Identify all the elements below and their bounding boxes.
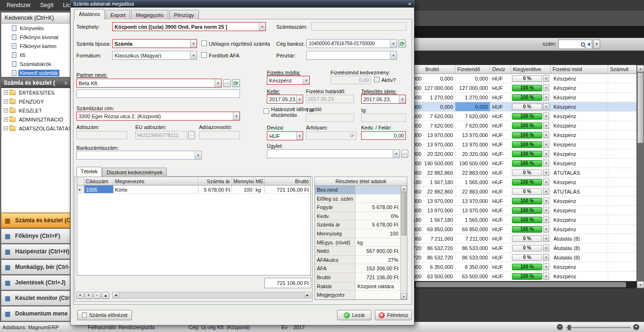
column-header[interactable]: Fizetési mód: [551, 65, 608, 73]
favorite-item[interactable]: Főkönyvi karton: [1, 41, 70, 50]
dropdown-icon[interactable]: ▾: [543, 263, 549, 270]
nav-button[interactable]: ▦Főkönyv (Ctrl+F): [1, 228, 70, 243]
detail-row[interactable]: Mennyiség100: [315, 229, 400, 238]
column-header[interactable]: Deviz: [490, 65, 511, 73]
scrollbar-thumb[interactable]: [401, 192, 406, 235]
fizetesi-hatarido-input[interactable]: 2017.05.23.: [306, 95, 354, 103]
dropdown-icon[interactable]: ▾: [543, 244, 549, 251]
partner-lookup-button[interactable]: ···: [223, 79, 231, 87]
teljesites-datepicker[interactable]: 2017.05.23. ▾: [361, 95, 406, 104]
add-row-button[interactable]: +: [76, 292, 84, 299]
module-item[interactable]: +ADMINISZTRÁCIÓ: [1, 115, 70, 124]
panel-menu-icon[interactable]: ≡: [65, 78, 67, 88]
chevron-down-icon[interactable]: ▾: [233, 112, 239, 120]
module-item[interactable]: +PÉNZÜGY: [1, 97, 70, 106]
scroll-track[interactable]: [119, 292, 304, 298]
detail-row[interactable]: Bes.rend: [315, 186, 400, 194]
expand-icon[interactable]: +: [4, 126, 8, 130]
eu-adoszam-lookup-button[interactable]: ···: [188, 131, 195, 139]
module-panel-header[interactable]: Számla és készlet ( ≡: [1, 78, 70, 88]
detail-row[interactable]: Nettó567 800,00 Ft: [315, 247, 400, 256]
felretesz-button[interactable]: ✕ Félretesz: [375, 310, 412, 320]
bankszamlaszam-combo[interactable]: ▾: [76, 151, 202, 160]
fizmod-kedvezmeny-input[interactable]: 0,00: [330, 76, 371, 84]
chevron-down-icon[interactable]: ▾: [190, 51, 197, 59]
szamla-tipusa-combo[interactable]: Számla ▾: [112, 39, 197, 48]
detail-row[interactable]: MEgys. (rövid)kg: [315, 238, 400, 247]
items-column-header[interactable]: Bruttó: [265, 177, 310, 185]
kedv-felar-input[interactable]: 0,00: [361, 131, 406, 140]
dropdown-icon[interactable]: ▾: [543, 113, 549, 120]
favorite-item[interactable]: Számlatükrök: [1, 59, 70, 68]
dropdown-icon[interactable]: ▾: [543, 122, 549, 129]
nav-button[interactable]: ▦Jelentések (Ctrl+J): [1, 275, 70, 290]
chevron-down-icon[interactable]: ▾: [393, 150, 399, 158]
refresh-rate-icon[interactable]: ⟳: [350, 133, 355, 139]
szamlazasi-cim-combo[interactable]: 3300 Eger Rózsa utca 2. (Központi) ▾: [76, 112, 240, 121]
expand-icon[interactable]: +: [4, 117, 8, 121]
scrollbar-thumb[interactable]: [416, 282, 626, 287]
dropdown-icon[interactable]: ▾: [543, 254, 549, 261]
nav-button[interactable]: ▦Munkaügy, bér (Ctrl-: [1, 259, 70, 275]
chevron-down-icon[interactable]: ▾: [296, 132, 303, 140]
nav-button[interactable]: ▦Készlet monitor (Ctrl: [1, 291, 70, 306]
dialog-tab[interactable]: Általános: [74, 9, 105, 19]
dropdown-icon[interactable]: ▾: [543, 94, 549, 101]
detail-row[interactable]: Számla ár5 678,00 Ft: [315, 220, 400, 229]
scroll-down-icon[interactable]: ▾: [401, 293, 407, 300]
hatarozott-checkbox[interactable]: [264, 108, 269, 114]
kelte-datepicker[interactable]: 2017.05.23. ▾: [267, 95, 303, 104]
module-item[interactable]: +ADATSZOLGÁLTATÁS: [1, 124, 70, 133]
chevron-down-icon[interactable]: ▾: [215, 79, 221, 87]
detail-row[interactable]: Kedv.0%: [315, 212, 400, 221]
zoom-in-button[interactable]: +: [633, 324, 639, 330]
aktiv-checkbox[interactable]: [374, 77, 380, 82]
favorite-item[interactable]: Kimenő számlák: [1, 68, 70, 77]
close-icon[interactable]: ✕: [408, 2, 412, 7]
search-input[interactable]: [558, 40, 592, 49]
detail-row[interactable]: Bruttó721 106,00 Ft: [315, 273, 400, 282]
items-tab[interactable]: Diszkont kedvezmények: [102, 168, 167, 177]
column-header[interactable]: Fizetendő: [455, 65, 490, 73]
items-column-header[interactable]: Megnevezés: [114, 177, 198, 185]
dropdown-icon[interactable]: ▾: [543, 75, 549, 82]
detail-scrollbar[interactable]: ▴ ▾: [400, 186, 407, 300]
dialog-titlebar[interactable]: Számla adatainak megadása ✕: [71, 0, 414, 8]
chevron-down-icon[interactable]: ▾: [195, 151, 201, 159]
dropdown-icon[interactable]: ▾: [543, 150, 549, 157]
nav-button[interactable]: ▦Házipénztár (Ctrl+H): [1, 244, 70, 259]
column-header[interactable]: Bruttó: [423, 65, 455, 73]
partner-extra-input[interactable]: [76, 89, 240, 98]
detail-row[interactable]: ÁFA153 306,00 Ft: [315, 264, 400, 273]
szamlaszam-input[interactable]: [311, 22, 406, 31]
partner-combo[interactable]: Béta Kft. ▾: [76, 79, 222, 88]
ig-input[interactable]: [361, 113, 406, 122]
items-row[interactable]: ►1005Körte5 678,00 Ft100kg721 106,00 Ft: [77, 186, 310, 194]
chevron-down-icon[interactable]: ▾: [303, 76, 309, 84]
adoazonosito-input[interactable]: [199, 131, 240, 139]
tol-input[interactable]: [306, 113, 354, 122]
dropdown-icon[interactable]: ▾: [543, 226, 549, 233]
refresh-bank-button[interactable]: ⟳: [398, 40, 406, 48]
detail-row[interactable]: ÁFAkulcs27%: [315, 256, 400, 265]
detail-row[interactable]: Előleg sz. szám: [315, 194, 400, 203]
items-column-header[interactable]: Mennyisé: [232, 177, 254, 185]
dropdown-icon[interactable]: ▾: [543, 188, 549, 195]
dropdown-icon[interactable]: ▾: [543, 197, 549, 204]
delete-row-button[interactable]: −: [93, 292, 101, 299]
favorite-item[interactable]: Könyvelés: [1, 24, 70, 32]
chevron-down-icon[interactable]: ▾: [259, 23, 265, 31]
dropdown-icon[interactable]: ▾: [543, 216, 549, 223]
module-item[interactable]: +ÉRTÉKESÍTÉS: [1, 88, 70, 97]
column-header[interactable]: Kiegyenlítve: [511, 65, 551, 73]
favorites-header[interactable]: Kedvencek (Ctrl+K): [1, 12, 70, 24]
detail-row[interactable]: RaktárKözpont raktára: [315, 282, 400, 291]
menu-item[interactable]: Segít: [35, 0, 58, 10]
arfolyam-input[interactable]: ⟳: [306, 131, 356, 140]
detail-row[interactable]: Fogyár5 678,00 Ft: [315, 203, 400, 212]
add-special-row-button[interactable]: +: [85, 292, 92, 299]
detail-row[interactable]: Megjegyzés: [315, 291, 400, 300]
partner-refresh-button[interactable]: ⟳: [232, 79, 240, 87]
module-item[interactable]: +KÉSZLET: [1, 106, 70, 115]
chevron-down-icon[interactable]: ▾: [190, 40, 197, 48]
